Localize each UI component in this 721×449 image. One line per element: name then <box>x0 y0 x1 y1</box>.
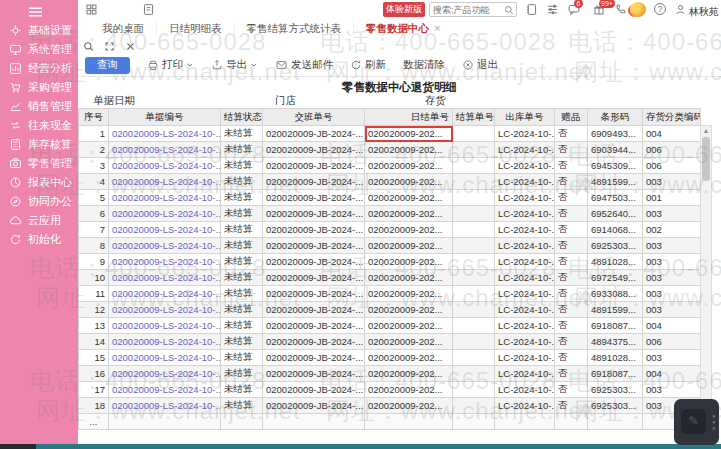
refresh-button[interactable]: 刷新 <box>350 58 386 72</box>
col-header-gift[interactable]: 赠品 <box>555 109 588 126</box>
table-cell[interactable]: 020020009-LS-2024-10-... <box>109 126 221 142</box>
sidebar-item-purchase-management[interactable]: 采购管理 <box>0 78 78 97</box>
table-cell[interactable]: 020020009-LS-2024-10-... <box>109 254 221 270</box>
table-row[interactable]: 18020020009-LS-2024-10-...未结算020020009-J… <box>79 398 701 414</box>
gift-icon[interactable]: 99+ <box>592 3 606 16</box>
table-cell[interactable]: 020020009-LS-2024-10-... <box>109 158 221 174</box>
tab-daily-settlement-detail[interactable]: 日结明细表 <box>157 22 235 36</box>
search-icon[interactable] <box>504 5 514 15</box>
expand-icon[interactable] <box>104 41 115 52</box>
table-row[interactable]: 7020020009-LS-2024-10-...未结算020020009-JB… <box>79 222 701 238</box>
col-header-settle-status[interactable]: 结算状态 <box>221 109 263 126</box>
table-cell[interactable]: 020020009-LS-2024-10-... <box>109 382 221 398</box>
print-button[interactable]: 打印 <box>147 58 194 72</box>
sidebar-item-report-center[interactable]: 报表中心 <box>0 173 78 192</box>
search-tab-icon[interactable] <box>83 41 94 52</box>
table-cell[interactable]: 020020009-LS-2024-10-... <box>109 302 221 318</box>
sidebar-item-retail-management[interactable]: 零售管理 <box>0 154 78 173</box>
table-cell: 11 <box>79 286 109 302</box>
table-cell: 6918087... <box>588 318 643 334</box>
table-row[interactable]: 10020020009-LS-2024-10-...未结算020020009-J… <box>79 270 701 286</box>
tab-my-desktop[interactable]: 我的桌面 <box>90 22 157 36</box>
table-cell[interactable]: 020020009-LS-2024-10-... <box>109 286 221 302</box>
report-shortcut-icon[interactable] <box>142 3 155 16</box>
phone-icon[interactable] <box>614 3 627 16</box>
table-row[interactable]: 3020020009-LS-2024-10-...未结算020020009-JB… <box>79 158 701 174</box>
table-row[interactable]: 13020020009-LS-2024-10-...未结算020020009-J… <box>79 318 701 334</box>
bar-chart-icon <box>9 62 22 75</box>
sidebar-item-system-management[interactable]: 系统管理 <box>0 40 78 59</box>
table-cell: 14 <box>79 334 109 350</box>
send-email-button[interactable]: 发送邮件 <box>275 58 333 72</box>
col-header-barcode[interactable]: 条形码 <box>588 109 643 126</box>
scroll-up-icon[interactable]: ▲ <box>701 126 711 136</box>
user-icon[interactable] <box>674 3 687 16</box>
table-row[interactable]: 2020020009-LS-2024-10-...未结算020020009-JB… <box>79 142 701 158</box>
col-header-outbound-no[interactable]: 出库单号 <box>495 109 555 126</box>
table-cell[interactable]: 020020009-LS-2024-10-... <box>109 142 221 158</box>
settings-lines-icon[interactable] <box>546 3 559 16</box>
col-header-shift-no[interactable]: 交班单号 <box>263 109 365 126</box>
table-row[interactable]: 17020020009-LS-2024-10-...未结算020020009-J… <box>79 382 701 398</box>
table-row[interactable]: 11020020009-LS-2024-10-...未结算020020009-J… <box>79 286 701 302</box>
exit-button[interactable]: 退出 <box>462 58 498 72</box>
tab-close-icon[interactable]: × <box>434 22 440 34</box>
table-row[interactable]: 1020020009-LS-2024-10-...未结算020020009-JB… <box>79 126 701 142</box>
hamburger-menu-icon[interactable] <box>28 6 43 18</box>
table-cell[interactable]: 020020009-LS-2024-10-... <box>109 366 221 382</box>
tab-retail-settlement-stats[interactable]: 零售结算方式统计表 <box>235 22 355 36</box>
table-cell[interactable]: 020020009-LS-2024-10-... <box>109 318 221 334</box>
table-cell: 002 <box>643 222 701 238</box>
product-search-input[interactable] <box>433 3 503 16</box>
table-row[interactable]: 9020020009-LS-2024-10-...未结算020020009-JB… <box>79 254 701 270</box>
close-icon[interactable] <box>125 41 136 52</box>
col-header-settle-no[interactable]: 结算单号 <box>453 109 495 126</box>
help-icon[interactable]: ? <box>654 3 666 15</box>
floating-tool-button[interactable]: ✎ ●●● <box>674 399 719 445</box>
journal-icon[interactable] <box>525 3 538 16</box>
table-cell[interactable]: 020020009-LS-2024-10-... <box>109 334 221 350</box>
table-cell[interactable]: 020020009-LS-2024-10-... <box>109 206 221 222</box>
sidebar-item-inventory-accounting[interactable]: 库存核算 <box>0 135 78 154</box>
table-row[interactable]: 8020020009-LS-2024-10-...未结算020020009-JB… <box>79 238 701 254</box>
message-icon[interactable]: 6 <box>567 3 581 16</box>
mascot-avatar[interactable] <box>630 2 646 17</box>
sidebar-item-cloud-apps[interactable]: 云应用 <box>0 211 78 230</box>
table-cell: 6925303... <box>588 238 643 254</box>
sidebar-item-cash-transactions[interactable]: 往来现金 <box>0 116 78 135</box>
apps-grid-icon[interactable] <box>85 3 98 16</box>
sidebar-item-sales-management[interactable]: 销售管理 <box>0 97 78 116</box>
username-label[interactable]: 林秋苑 <box>689 5 719 19</box>
table-cell[interactable]: 020020009-LS-2024-10-... <box>109 174 221 190</box>
tab-retail-data-center[interactable]: 零售数据中心× <box>354 22 452 36</box>
table-cell[interactable]: 020020009-LS-2024-10-... <box>109 398 221 414</box>
vertical-scrollbar[interactable]: ▲ <box>700 125 712 438</box>
table-cell[interactable]: 020020009-LS-2024-10-... <box>109 222 221 238</box>
sidebar-item-business-analysis[interactable]: 经营分析 <box>0 59 78 78</box>
col-header-index[interactable]: 序号 <box>79 109 109 126</box>
sidebar-item-initialization[interactable]: 初始化 <box>0 230 78 249</box>
table-row[interactable]: 6020020009-LS-2024-10-...未结算020020009-JB… <box>79 206 701 222</box>
table-row[interactable]: 12020020009-LS-2024-10-...未结算020020009-J… <box>79 302 701 318</box>
export-button[interactable]: 导出 <box>211 58 258 72</box>
new-version-button[interactable]: 体验新版 <box>383 2 425 17</box>
table-row[interactable]: 5020020009-LS-2024-10-...未结算020020009-JB… <box>79 190 701 206</box>
pen-tool-icon[interactable]: ✎ <box>681 409 706 434</box>
query-button[interactable]: 查询 <box>85 57 130 74</box>
col-header-daily-no[interactable]: 日结单号 <box>365 109 453 126</box>
sidebar-item-basic-settings[interactable]: 基础设置 <box>0 21 78 40</box>
data-clear-button[interactable]: 数据清除 <box>403 58 445 72</box>
table-cell[interactable]: 020020009-LS-2024-10-... <box>109 190 221 206</box>
col-header-category-code[interactable]: 存货分类编码 <box>643 109 701 126</box>
table-row[interactable]: 14020020009-LS-2024-10-...未结算020020009-J… <box>79 334 701 350</box>
table-row[interactable]: 16020020009-LS-2024-10-...未结算020020009-J… <box>79 366 701 382</box>
table-cell[interactable]: 020020009-LS-2024-10-... <box>109 238 221 254</box>
sidebar-item-collaboration[interactable]: 协同办公 <box>0 192 78 211</box>
col-header-doc-no[interactable]: 单据编号 <box>109 109 221 126</box>
table-row[interactable]: 15020020009-LS-2024-10-...未结算020020009-J… <box>79 350 701 366</box>
vertical-scroll-thumb[interactable] <box>702 137 710 181</box>
table-row[interactable]: 4020020009-LS-2024-10-...未结算020020009-JB… <box>79 174 701 190</box>
table-cell[interactable]: 020020009-LS-2024-10-... <box>109 350 221 366</box>
drag-dots-icon[interactable]: ●●● <box>712 413 715 431</box>
table-cell[interactable]: 020020009-LS-2024-10-... <box>109 270 221 286</box>
